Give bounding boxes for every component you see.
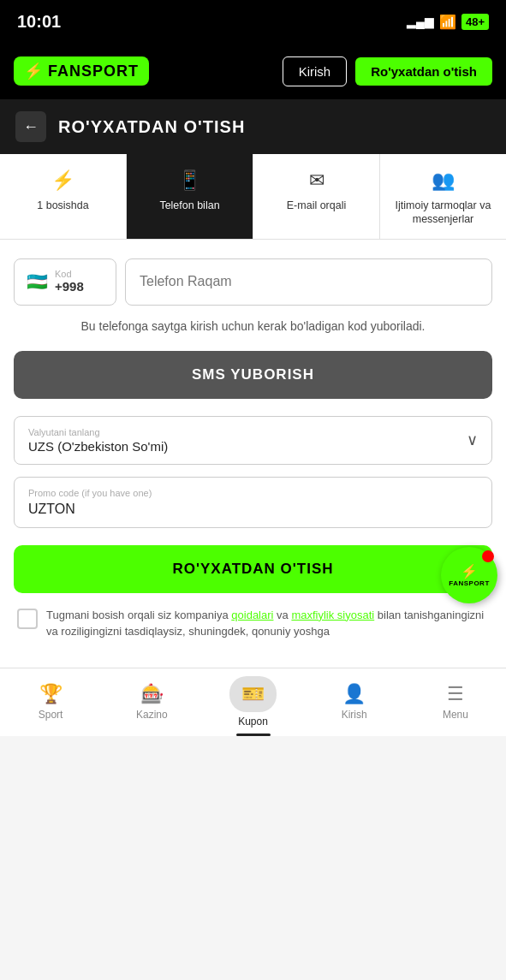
nav-kirish[interactable]: 👤 Kirish xyxy=(304,668,405,736)
page-title: RO'YXATDAN O'TISH xyxy=(58,117,245,137)
hint-text: Bu telefonga saytga kirish uchun kerak b… xyxy=(14,318,492,336)
tab-email-label: E-mail orqali xyxy=(287,199,346,212)
nav-sport-label: Sport xyxy=(39,709,63,721)
currency-block: Valyutani tanlang UZS (O'zbekiston So'mi… xyxy=(28,427,168,454)
sms-button[interactable]: SMS YUBORISH xyxy=(14,351,492,399)
logo-icon: ⚡ xyxy=(24,62,43,80)
status-icons: ▂▄▆ 📶 48+ xyxy=(407,14,489,30)
phone-row: 🇺🇿 Kod +998 xyxy=(14,258,492,306)
promo-label: Promo code (if you have one) xyxy=(28,488,478,498)
float-logo-text: FANSPORT xyxy=(449,579,490,587)
battery-badge: 48+ xyxy=(461,14,489,30)
form-area: 🇺🇿 Kod +998 Bu telefonga saytga kirish u… xyxy=(0,240,506,668)
nav-kupon-label: Kupon xyxy=(238,716,268,728)
wifi-icon: 📶 xyxy=(439,14,456,30)
terms-checkbox[interactable] xyxy=(17,609,38,629)
trophy-icon: 🏆 xyxy=(39,683,63,705)
menu-icon: ☰ xyxy=(447,683,464,705)
nav-menu[interactable]: ☰ Menu xyxy=(405,668,506,736)
tab-1click-label: 1 bosishda xyxy=(37,199,88,212)
country-select[interactable]: 🇺🇿 Kod +998 xyxy=(14,258,116,306)
nav-kupon[interactable]: 🎫 Kupon xyxy=(202,668,303,736)
nav-kazino[interactable]: 🎰 Kazino xyxy=(101,668,202,736)
logo-text: FANSPORT xyxy=(48,62,139,80)
currency-dropdown[interactable]: Valyutani tanlang UZS (O'zbekiston So'mi… xyxy=(14,416,492,465)
status-bar: 10:01 ▂▄▆ 📶 48+ xyxy=(0,0,506,43)
chevron-down-icon: ∨ xyxy=(467,431,478,449)
nav-menu-label: Menu xyxy=(443,709,468,721)
country-code-block: Kod +998 xyxy=(55,270,84,294)
float-fansport-badge[interactable]: ⚡ FANSPORT xyxy=(441,547,497,603)
currency-label: Valyutani tanlang xyxy=(28,427,168,437)
code-label: Kod xyxy=(55,270,84,279)
nav-kirish-label: Kirish xyxy=(342,709,367,721)
kirish-button[interactable]: Kirish xyxy=(283,56,348,86)
register-button[interactable]: RO'YXATDAN O'TISH xyxy=(14,545,492,593)
phone-input[interactable] xyxy=(125,258,492,306)
royxatdan-button[interactable]: Ro'yxatdan o'tish xyxy=(355,57,492,86)
float-badge-content: ⚡ FANSPORT xyxy=(449,563,490,587)
tab-social[interactable]: 👥 Ijtimoiy tarmoqlar va messenjerlar xyxy=(380,154,506,239)
nav-kazino-label: Kazino xyxy=(136,709,168,721)
ticket-icon: 🎫 xyxy=(241,683,265,704)
terms-link-privacy[interactable]: maxfiylik siyosati xyxy=(291,609,374,621)
bottom-nav: 🏆 Sport 🎰 Kazino 🎫 Kupon 👤 Kirish ☰ Menu xyxy=(0,668,506,736)
promo-value: UZTON xyxy=(28,502,478,517)
user-icon: 👤 xyxy=(342,683,366,705)
currency-value: UZS (O'zbekiston So'mi) xyxy=(28,439,168,454)
float-notification-dot xyxy=(482,550,494,562)
float-logo-icon: ⚡ xyxy=(461,563,478,579)
status-time: 10:01 xyxy=(17,12,61,32)
casino-icon: 🎰 xyxy=(140,683,164,705)
terms-row: Tugmani bosish orqali siz kompaniya qoid… xyxy=(14,607,492,640)
logo: ⚡ FANSPORT xyxy=(14,56,149,86)
page-header: ← RO'YXATDAN O'TISH xyxy=(0,99,506,154)
nav-buttons: Kirish Ro'yxatdan o'tish xyxy=(283,56,492,86)
tab-phone[interactable]: 📱 Telefon bilan xyxy=(127,154,253,239)
registration-tabs: ⚡ 1 bosishda 📱 Telefon bilan ✉ E-mail or… xyxy=(0,154,506,240)
terms-text: Tugmani bosish orqali siz kompaniya qoid… xyxy=(46,607,489,640)
back-button[interactable]: ← xyxy=(15,111,46,142)
terms-link-rules[interactable]: qoidalari xyxy=(231,609,273,621)
flash-icon: ⚡ xyxy=(51,169,74,192)
phone-icon: 📱 xyxy=(178,169,201,192)
promo-code-field[interactable]: Promo code (if you have one) UZTON xyxy=(14,477,492,528)
signal-icon: ▂▄▆ xyxy=(407,15,434,28)
email-icon: ✉ xyxy=(309,169,324,192)
tab-phone-label: Telefon bilan xyxy=(159,199,219,212)
nav-sport[interactable]: 🏆 Sport xyxy=(0,668,101,736)
top-nav: ⚡ FANSPORT Kirish Ro'yxatdan o'tish xyxy=(0,43,506,99)
tab-social-label: Ijtimoiy tarmoqlar va messenjerlar xyxy=(387,199,499,227)
tab-1click[interactable]: ⚡ 1 bosishda xyxy=(0,154,127,239)
social-icon: 👥 xyxy=(432,169,455,192)
flag-icon: 🇺🇿 xyxy=(27,271,48,292)
active-indicator xyxy=(236,734,271,736)
country-code-value: +998 xyxy=(55,279,84,294)
tab-email[interactable]: ✉ E-mail orqali xyxy=(253,154,380,239)
